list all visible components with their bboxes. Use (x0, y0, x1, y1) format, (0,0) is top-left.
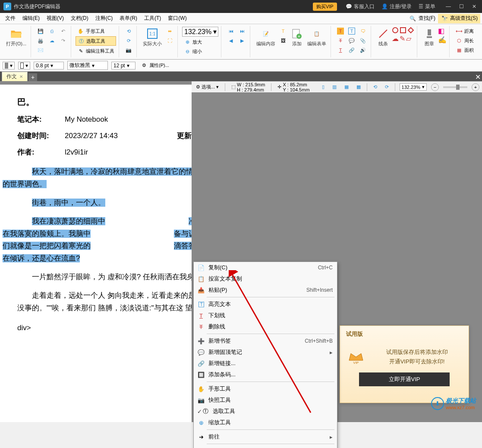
menu-tool[interactable]: 工具(T) (141, 13, 164, 23)
add-tab-button[interactable]: + (28, 73, 37, 81)
save-button[interactable]: 💾 (35, 27, 46, 35)
close-all-tabs-button[interactable]: ✕ (473, 73, 482, 81)
attach-button[interactable]: 🔗 (347, 46, 357, 54)
underline-txt-button[interactable]: T (335, 46, 346, 54)
zoom-in-button[interactable]: ⊕放大 (182, 38, 218, 46)
eraser-tool-icon[interactable]: ◧ (438, 27, 447, 35)
line-width-combo[interactable]: 0.8 pt ▾ (34, 62, 64, 69)
stroke-color-picker[interactable]: ▾ (18, 62, 30, 69)
print-button[interactable]: 🖨️ (35, 36, 46, 45)
cloud-button[interactable]: ☁ (47, 36, 57, 45)
nav-first-button[interactable]: ⏮ (226, 27, 236, 35)
zoom-in-status-button[interactable]: + (472, 83, 479, 91)
ctx-select-tool[interactable]: ✓Ⓣ选取工具 (194, 406, 337, 417)
perimeter-button[interactable]: ⬡周长 (454, 36, 476, 45)
ctx-print[interactable]: 🖨️打印(P)...Ctrl+P (194, 445, 337, 448)
zoom-out-button[interactable]: ⊖缩小 (182, 47, 218, 56)
find-button[interactable]: 🔍查找(F) (406, 14, 438, 23)
layout-facing-button[interactable]: ▦ (343, 84, 350, 90)
sticky-note-button[interactable]: 🗨 (358, 27, 368, 35)
zoom-out-status-button[interactable]: − (431, 83, 439, 91)
audio-button[interactable]: 🔊 (358, 46, 368, 54)
fit-width-button[interactable]: ⬌ (164, 27, 175, 35)
menu-view[interactable]: 视图(V) (43, 13, 67, 23)
menu-edit[interactable]: 编辑(E) (19, 13, 43, 23)
page-scroll[interactable]: 巴。 笔记本:My Notebook 创建时间:2023/2/27 14:43更… (0, 81, 192, 422)
zoom-combo[interactable]: 132.23%▾ (182, 27, 218, 37)
nav-last-button[interactable]: ⏭ (237, 27, 247, 35)
ctx-zoom-tool[interactable]: ⊕缩放工具 (194, 417, 337, 428)
open-button[interactable]: 打开(O)... (4, 27, 28, 48)
menu-comment[interactable]: 注释(C) (92, 13, 117, 23)
ctx-highlight[interactable]: 🅃高亮文本 (194, 299, 337, 310)
scan-button[interactable]: ⎙ (47, 27, 57, 35)
ctx-sticky[interactable]: 💬新增固顶笔记▸ (194, 347, 337, 358)
customer-service-button[interactable]: 💬客服入口 (346, 3, 375, 10)
login-button[interactable]: 👤注册/登录 (381, 3, 412, 10)
font-size-combo[interactable]: 12 pt ▾ (111, 62, 135, 69)
rotate-left-button[interactable]: ⟲ (123, 27, 134, 35)
actual-size-button[interactable]: 1:1 实际大小 (141, 27, 164, 48)
ctx-goto[interactable]: ➜前往▸ (194, 431, 337, 442)
zoom-slider[interactable] (443, 86, 467, 88)
main-menu-button[interactable]: ☰菜单 (419, 3, 435, 10)
zoom-level-combo[interactable]: 132.23% ▾ (400, 83, 427, 91)
menu-form[interactable]: 表单(R) (116, 13, 141, 23)
area-button[interactable]: ▦面积 (454, 46, 476, 54)
nav-next-button[interactable]: ▶ (237, 36, 247, 45)
tab-document[interactable]: 作文✕ (2, 72, 28, 81)
cloud-shape-icon[interactable]: ☁ (392, 35, 399, 43)
ctx-copy[interactable]: 📄复制(C)Ctrl+C (194, 262, 337, 273)
fill-color-picker[interactable]: ▾ (3, 62, 15, 69)
ctx-strike[interactable]: T删除线 (194, 321, 337, 332)
highlight-button[interactable]: T (335, 27, 346, 35)
open-vip-button[interactable]: 立即开通VIP (359, 372, 450, 386)
lines-button[interactable]: 线条 (375, 27, 391, 48)
fit-page-button[interactable]: ⛶ (164, 36, 175, 45)
minimize-button[interactable]: — (444, 3, 453, 9)
pdf-page[interactable]: 巴。 笔记本:My Notebook 创建时间:2023/2/27 14:43更… (0, 85, 192, 422)
square-icon[interactable] (400, 27, 406, 34)
camera-button[interactable]: 📷 (123, 46, 134, 54)
undo-button[interactable]: ↶ (58, 27, 68, 35)
ctx-link[interactable]: 🔗新增链接... (194, 358, 337, 369)
options-button[interactable]: ⚙选项...▾ (194, 84, 221, 90)
eraser-icon[interactable]: ▱ (406, 35, 411, 43)
ctx-barcode[interactable]: 🔲添加条码... (194, 369, 337, 380)
rotate-right-button[interactable]: ⟳ (123, 36, 134, 45)
menu-file[interactable]: 文件 (2, 13, 19, 23)
attach-file-button[interactable]: 📎 (358, 36, 368, 45)
rotate-view-left-button[interactable]: ⟲ (372, 84, 379, 90)
stamp-button[interactable]: 图章 (422, 27, 437, 48)
menu-window[interactable]: 窗口(W) (164, 13, 190, 23)
polygon-icon[interactable] (407, 27, 414, 34)
maximize-button[interactable]: ☐ (457, 3, 466, 9)
edit-form-button[interactable]: 📋 编辑表单 (306, 27, 328, 48)
ctx-underline[interactable]: T下划线 (194, 310, 337, 321)
edit-content-button[interactable]: 📝 编辑内容 (255, 27, 277, 48)
circle-icon[interactable] (392, 27, 399, 34)
ctx-hand-tool[interactable]: ✋手形工具 (194, 383, 337, 394)
menu-document[interactable]: 文档(D) (67, 13, 92, 23)
strikeout-button[interactable]: T (335, 36, 346, 45)
ctx-copy-rich[interactable]: 📋按富文本复制 (194, 273, 337, 284)
font-combo[interactable]: 微软雅黑 ▾ (67, 61, 108, 70)
text-tool-button[interactable]: T (278, 27, 288, 35)
ctx-bookmark[interactable]: ➕新增书签Ctrl+Shift+B (194, 335, 337, 347)
advanced-find-button[interactable]: 🔭高级查找(S) (438, 14, 480, 23)
ctx-paste[interactable]: 📥粘贴(P)Shift+Insert (194, 284, 337, 296)
select-tool-button[interactable]: Ⓣ选取工具 (76, 36, 116, 46)
close-tab-icon[interactable]: ✕ (19, 74, 23, 79)
textbox-button[interactable]: T (347, 27, 357, 35)
redo-button[interactable]: ↷ (58, 36, 68, 45)
properties-button[interactable]: ⚙属性(P)... (139, 61, 171, 70)
signature-icon[interactable]: ✍ (438, 36, 447, 44)
nav-prev-button[interactable]: ◀ (226, 36, 236, 45)
close-window-button[interactable]: ✕ (470, 3, 479, 9)
annotation-edit-button[interactable]: ✎编辑注释工具 (76, 47, 116, 55)
layout-single-button[interactable]: ▯ (320, 84, 326, 90)
rotate-view-right-button[interactable]: ⟳ (383, 84, 391, 90)
hand-tool-button[interactable]: ✋手形工具 (76, 27, 116, 35)
ctx-snapshot-tool[interactable]: 📷快照工具 (194, 394, 337, 406)
layout-continuous-button[interactable]: ▥ (331, 84, 338, 90)
